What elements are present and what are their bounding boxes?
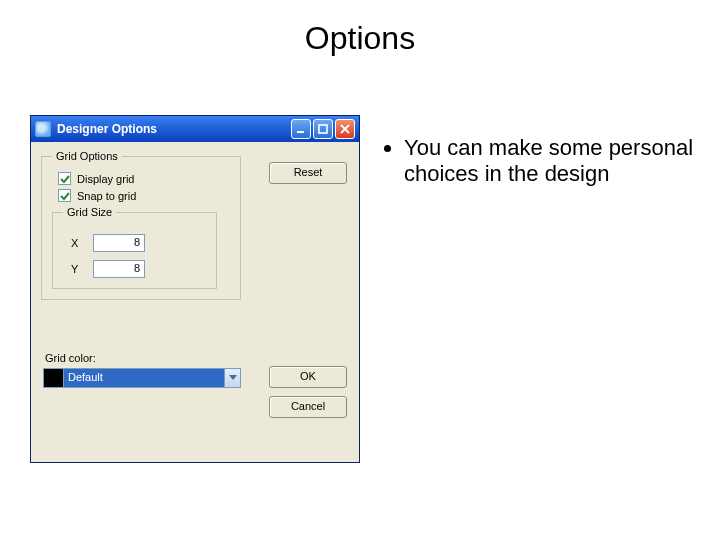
grid-color-dropdown[interactable]: Default	[43, 368, 241, 388]
cancel-button[interactable]: Cancel	[269, 396, 347, 418]
snap-to-grid-label: Snap to grid	[77, 190, 136, 202]
x-label: X	[71, 237, 85, 249]
grid-color-selected: Default	[64, 369, 224, 387]
svg-rect-1	[319, 125, 327, 133]
check-icon	[60, 191, 70, 201]
slide-title: Options	[0, 20, 720, 57]
titlebar[interactable]: Designer Options	[31, 116, 359, 142]
app-icon	[35, 121, 51, 137]
grid-size-group: Grid Size X 8 Y 8	[52, 206, 217, 289]
display-grid-checkbox[interactable]	[58, 172, 71, 185]
y-label: Y	[71, 263, 85, 275]
grid-color-label: Grid color:	[45, 352, 96, 364]
ok-button[interactable]: OK	[269, 366, 347, 388]
x-input[interactable]: 8	[93, 234, 145, 252]
snap-to-grid-checkbox[interactable]	[58, 189, 71, 202]
designer-options-window: Designer Options Grid Options Display gr…	[30, 115, 360, 463]
close-button[interactable]	[335, 119, 355, 139]
bullet-item: You can make some personal choices in th…	[404, 135, 700, 187]
y-input[interactable]: 8	[93, 260, 145, 278]
minimize-button[interactable]	[291, 119, 311, 139]
chevron-down-icon[interactable]	[224, 369, 240, 387]
maximize-button[interactable]	[313, 119, 333, 139]
slide-bullets: You can make some personal choices in th…	[380, 135, 700, 187]
grid-options-legend: Grid Options	[52, 150, 122, 162]
color-swatch	[44, 369, 64, 387]
reset-button[interactable]: Reset	[269, 162, 347, 184]
window-title: Designer Options	[57, 122, 291, 136]
svg-rect-0	[297, 131, 304, 133]
display-grid-label: Display grid	[77, 173, 134, 185]
grid-size-legend: Grid Size	[63, 206, 116, 218]
check-icon	[60, 174, 70, 184]
grid-options-group: Grid Options Display grid Snap to grid G…	[41, 150, 241, 300]
